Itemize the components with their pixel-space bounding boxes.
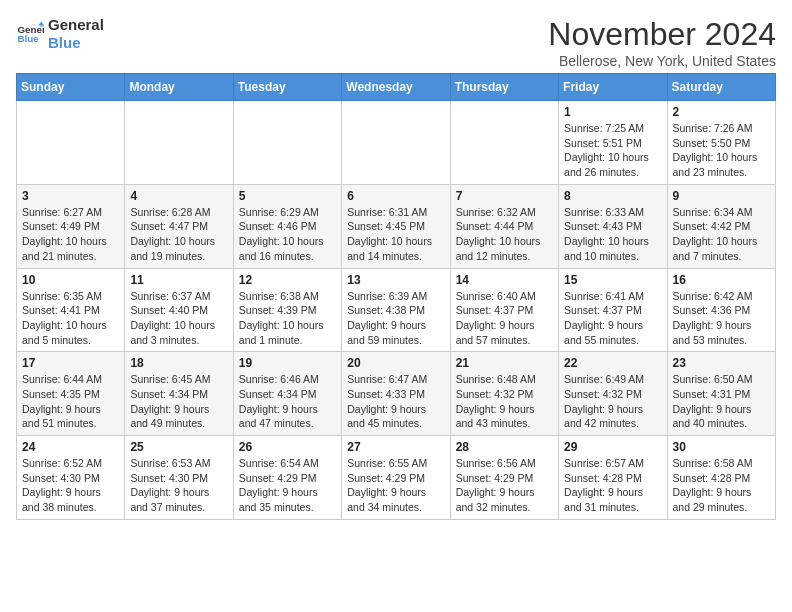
day-number: 13 xyxy=(347,273,444,287)
day-number: 26 xyxy=(239,440,336,454)
day-info: Sunrise: 6:46 AM Sunset: 4:34 PM Dayligh… xyxy=(239,372,336,431)
calendar-cell: 16Sunrise: 6:42 AM Sunset: 4:36 PM Dayli… xyxy=(667,268,775,352)
page-subtitle: Bellerose, New York, United States xyxy=(548,53,776,69)
week-row-2: 3Sunrise: 6:27 AM Sunset: 4:49 PM Daylig… xyxy=(17,184,776,268)
calendar-cell xyxy=(17,101,125,185)
day-number: 1 xyxy=(564,105,661,119)
weekday-header-sunday: Sunday xyxy=(17,74,125,101)
day-number: 29 xyxy=(564,440,661,454)
calendar-cell xyxy=(450,101,558,185)
day-number: 7 xyxy=(456,189,553,203)
weekday-header-thursday: Thursday xyxy=(450,74,558,101)
day-info: Sunrise: 6:58 AM Sunset: 4:28 PM Dayligh… xyxy=(673,456,770,515)
day-info: Sunrise: 6:57 AM Sunset: 4:28 PM Dayligh… xyxy=(564,456,661,515)
day-info: Sunrise: 6:47 AM Sunset: 4:33 PM Dayligh… xyxy=(347,372,444,431)
day-number: 18 xyxy=(130,356,227,370)
day-info: Sunrise: 6:28 AM Sunset: 4:47 PM Dayligh… xyxy=(130,205,227,264)
day-number: 5 xyxy=(239,189,336,203)
calendar-cell: 26Sunrise: 6:54 AM Sunset: 4:29 PM Dayli… xyxy=(233,436,341,520)
calendar-cell: 25Sunrise: 6:53 AM Sunset: 4:30 PM Dayli… xyxy=(125,436,233,520)
logo: General Blue General Blue xyxy=(16,16,104,52)
header: General Blue General Blue November 2024 … xyxy=(16,16,776,69)
calendar-cell: 13Sunrise: 6:39 AM Sunset: 4:38 PM Dayli… xyxy=(342,268,450,352)
day-number: 23 xyxy=(673,356,770,370)
day-number: 28 xyxy=(456,440,553,454)
day-number: 30 xyxy=(673,440,770,454)
calendar-cell: 8Sunrise: 6:33 AM Sunset: 4:43 PM Daylig… xyxy=(559,184,667,268)
day-number: 19 xyxy=(239,356,336,370)
day-info: Sunrise: 6:50 AM Sunset: 4:31 PM Dayligh… xyxy=(673,372,770,431)
weekday-header-wednesday: Wednesday xyxy=(342,74,450,101)
day-info: Sunrise: 6:32 AM Sunset: 4:44 PM Dayligh… xyxy=(456,205,553,264)
day-info: Sunrise: 6:56 AM Sunset: 4:29 PM Dayligh… xyxy=(456,456,553,515)
day-number: 8 xyxy=(564,189,661,203)
day-info: Sunrise: 6:35 AM Sunset: 4:41 PM Dayligh… xyxy=(22,289,119,348)
calendar-cell: 27Sunrise: 6:55 AM Sunset: 4:29 PM Dayli… xyxy=(342,436,450,520)
day-info: Sunrise: 6:37 AM Sunset: 4:40 PM Dayligh… xyxy=(130,289,227,348)
logo-icon: General Blue xyxy=(16,20,44,48)
day-info: Sunrise: 6:52 AM Sunset: 4:30 PM Dayligh… xyxy=(22,456,119,515)
calendar-cell: 21Sunrise: 6:48 AM Sunset: 4:32 PM Dayli… xyxy=(450,352,558,436)
day-number: 9 xyxy=(673,189,770,203)
day-info: Sunrise: 6:42 AM Sunset: 4:36 PM Dayligh… xyxy=(673,289,770,348)
day-info: Sunrise: 6:55 AM Sunset: 4:29 PM Dayligh… xyxy=(347,456,444,515)
weekday-header-saturday: Saturday xyxy=(667,74,775,101)
calendar-cell xyxy=(342,101,450,185)
day-number: 22 xyxy=(564,356,661,370)
day-number: 12 xyxy=(239,273,336,287)
weekday-header-tuesday: Tuesday xyxy=(233,74,341,101)
calendar-table: SundayMondayTuesdayWednesdayThursdayFrid… xyxy=(16,73,776,520)
day-info: Sunrise: 6:53 AM Sunset: 4:30 PM Dayligh… xyxy=(130,456,227,515)
day-info: Sunrise: 6:29 AM Sunset: 4:46 PM Dayligh… xyxy=(239,205,336,264)
day-info: Sunrise: 6:41 AM Sunset: 4:37 PM Dayligh… xyxy=(564,289,661,348)
calendar-cell: 23Sunrise: 6:50 AM Sunset: 4:31 PM Dayli… xyxy=(667,352,775,436)
week-row-4: 17Sunrise: 6:44 AM Sunset: 4:35 PM Dayli… xyxy=(17,352,776,436)
calendar-cell xyxy=(233,101,341,185)
day-info: Sunrise: 7:25 AM Sunset: 5:51 PM Dayligh… xyxy=(564,121,661,180)
day-info: Sunrise: 6:48 AM Sunset: 4:32 PM Dayligh… xyxy=(456,372,553,431)
calendar-cell: 1Sunrise: 7:25 AM Sunset: 5:51 PM Daylig… xyxy=(559,101,667,185)
calendar-cell: 5Sunrise: 6:29 AM Sunset: 4:46 PM Daylig… xyxy=(233,184,341,268)
calendar-cell: 2Sunrise: 7:26 AM Sunset: 5:50 PM Daylig… xyxy=(667,101,775,185)
day-info: Sunrise: 7:26 AM Sunset: 5:50 PM Dayligh… xyxy=(673,121,770,180)
day-number: 25 xyxy=(130,440,227,454)
day-info: Sunrise: 6:39 AM Sunset: 4:38 PM Dayligh… xyxy=(347,289,444,348)
week-row-3: 10Sunrise: 6:35 AM Sunset: 4:41 PM Dayli… xyxy=(17,268,776,352)
svg-text:Blue: Blue xyxy=(17,33,39,44)
weekday-header-row: SundayMondayTuesdayWednesdayThursdayFrid… xyxy=(17,74,776,101)
calendar-cell: 4Sunrise: 6:28 AM Sunset: 4:47 PM Daylig… xyxy=(125,184,233,268)
day-number: 6 xyxy=(347,189,444,203)
calendar-cell: 9Sunrise: 6:34 AM Sunset: 4:42 PM Daylig… xyxy=(667,184,775,268)
logo-text-line2: Blue xyxy=(48,34,104,52)
logo-text-line1: General xyxy=(48,16,104,34)
calendar-cell: 11Sunrise: 6:37 AM Sunset: 4:40 PM Dayli… xyxy=(125,268,233,352)
day-number: 10 xyxy=(22,273,119,287)
calendar-cell: 7Sunrise: 6:32 AM Sunset: 4:44 PM Daylig… xyxy=(450,184,558,268)
day-info: Sunrise: 6:34 AM Sunset: 4:42 PM Dayligh… xyxy=(673,205,770,264)
calendar-cell: 29Sunrise: 6:57 AM Sunset: 4:28 PM Dayli… xyxy=(559,436,667,520)
day-info: Sunrise: 6:45 AM Sunset: 4:34 PM Dayligh… xyxy=(130,372,227,431)
day-info: Sunrise: 6:33 AM Sunset: 4:43 PM Dayligh… xyxy=(564,205,661,264)
day-info: Sunrise: 6:44 AM Sunset: 4:35 PM Dayligh… xyxy=(22,372,119,431)
calendar-cell: 6Sunrise: 6:31 AM Sunset: 4:45 PM Daylig… xyxy=(342,184,450,268)
day-number: 14 xyxy=(456,273,553,287)
day-number: 15 xyxy=(564,273,661,287)
calendar-cell: 22Sunrise: 6:49 AM Sunset: 4:32 PM Dayli… xyxy=(559,352,667,436)
day-number: 21 xyxy=(456,356,553,370)
week-row-1: 1Sunrise: 7:25 AM Sunset: 5:51 PM Daylig… xyxy=(17,101,776,185)
calendar-cell: 24Sunrise: 6:52 AM Sunset: 4:30 PM Dayli… xyxy=(17,436,125,520)
calendar-cell: 28Sunrise: 6:56 AM Sunset: 4:29 PM Dayli… xyxy=(450,436,558,520)
day-info: Sunrise: 6:40 AM Sunset: 4:37 PM Dayligh… xyxy=(456,289,553,348)
calendar-cell: 10Sunrise: 6:35 AM Sunset: 4:41 PM Dayli… xyxy=(17,268,125,352)
weekday-header-monday: Monday xyxy=(125,74,233,101)
calendar-cell: 15Sunrise: 6:41 AM Sunset: 4:37 PM Dayli… xyxy=(559,268,667,352)
calendar-cell: 19Sunrise: 6:46 AM Sunset: 4:34 PM Dayli… xyxy=(233,352,341,436)
day-info: Sunrise: 6:38 AM Sunset: 4:39 PM Dayligh… xyxy=(239,289,336,348)
day-info: Sunrise: 6:54 AM Sunset: 4:29 PM Dayligh… xyxy=(239,456,336,515)
calendar-cell xyxy=(125,101,233,185)
calendar-cell: 12Sunrise: 6:38 AM Sunset: 4:39 PM Dayli… xyxy=(233,268,341,352)
day-number: 3 xyxy=(22,189,119,203)
calendar-cell: 3Sunrise: 6:27 AM Sunset: 4:49 PM Daylig… xyxy=(17,184,125,268)
calendar-cell: 17Sunrise: 6:44 AM Sunset: 4:35 PM Dayli… xyxy=(17,352,125,436)
calendar-cell: 20Sunrise: 6:47 AM Sunset: 4:33 PM Dayli… xyxy=(342,352,450,436)
